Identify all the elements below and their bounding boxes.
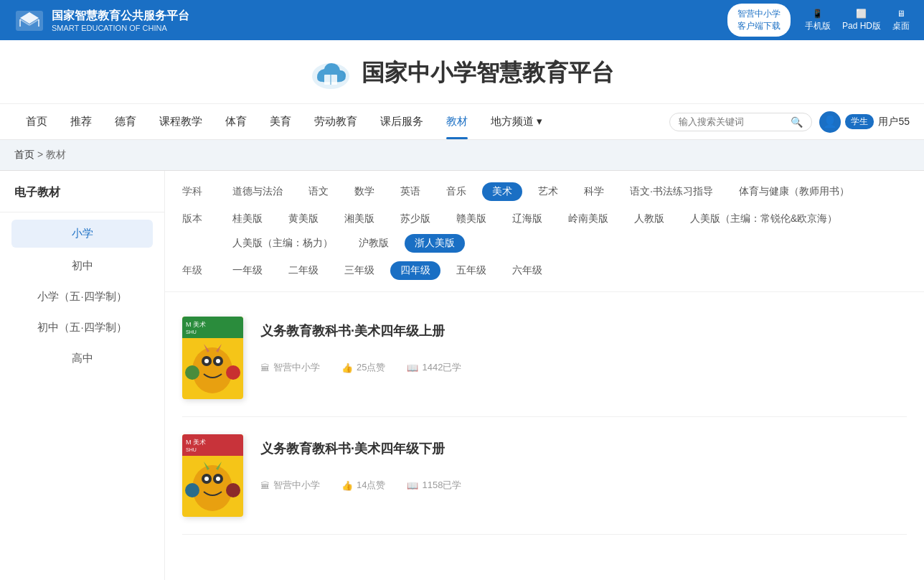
- tag-english[interactable]: 英语: [390, 182, 430, 201]
- nav-item-moral[interactable]: 德育: [103, 104, 148, 139]
- desktop-option[interactable]: 🖥 桌面: [892, 9, 910, 32]
- tag-gui[interactable]: 桂美版: [222, 210, 273, 228]
- tag-grade1[interactable]: 一年级: [222, 261, 273, 280]
- desktop-icon: 🖥: [897, 9, 905, 19]
- tag-gan[interactable]: 赣美版: [446, 210, 496, 228]
- sidebar-item-primary54[interactable]: 小学（五·四学制）: [0, 281, 164, 312]
- svg-point-23: [216, 477, 220, 481]
- building-icon-2: 🏛: [260, 480, 270, 491]
- top-bar: 国家智慧教育公共服务平台 SMART EDUCATION OF CHINA 智营…: [0, 0, 924, 40]
- tag-grade2[interactable]: 二年级: [278, 261, 329, 280]
- nav-item-recommend[interactable]: 推荐: [59, 104, 103, 139]
- tag-xiang[interactable]: 湘美版: [334, 210, 385, 228]
- logo-text: 国家智慧教育公共服务平台 SMART EDUCATION OF CHINA: [52, 9, 189, 32]
- meta-publisher-2: 🏛 智营中小学: [260, 479, 320, 492]
- search-input[interactable]: [679, 116, 786, 127]
- logo-sub: SMART EDUCATION OF CHINA: [52, 24, 189, 32]
- studies-count-1: 1442已学: [422, 361, 461, 374]
- tag-grade6[interactable]: 六年级: [502, 261, 552, 280]
- svg-point-12: [216, 359, 220, 363]
- publisher-name-2: 智营中小学: [273, 479, 320, 492]
- book-title-2[interactable]: 义务教育教科书·美术四年级下册: [260, 440, 907, 457]
- subject-filter-row: 学科 道德与法治 语文 数学 英语 音乐 美术 艺术 科学 语文·书法练习指导 …: [182, 182, 907, 201]
- user-icon: 👤: [823, 115, 837, 128]
- nav-item-arts[interactable]: 美育: [258, 104, 303, 139]
- user-name: 用户55: [878, 116, 910, 128]
- tag-su[interactable]: 苏少版: [390, 210, 440, 228]
- tag-zhejianmei[interactable]: 浙人美版: [405, 234, 465, 253]
- search-box[interactable]: 🔍: [669, 113, 812, 131]
- tag-calligraphy[interactable]: 语文·书法练习指导: [620, 182, 723, 201]
- edition-filter-row: 版本 桂美版 黄美版 湘美版 苏少版 赣美版 辽海版 岭南美版 人教版 人美版（…: [182, 210, 907, 253]
- svg-text:M 美术: M 美术: [186, 439, 206, 446]
- tag-moral-law[interactable]: 道德与法治: [222, 182, 293, 201]
- tag-science[interactable]: 科学: [574, 182, 614, 201]
- tag-liao[interactable]: 辽海版: [502, 210, 552, 228]
- tablet-option[interactable]: ⬜ Pad HD版: [842, 9, 881, 32]
- tag-music[interactable]: 音乐: [436, 182, 476, 201]
- sidebar-item-middle54[interactable]: 初中（五·四学制）: [0, 312, 164, 343]
- search-icon[interactable]: 🔍: [791, 116, 803, 128]
- user-info[interactable]: 👤 学生 用户55: [819, 111, 910, 133]
- edition-label: 版本: [182, 210, 208, 225]
- book-info-2: 义务教育教科书·美术四年级下册 🏛 智营中小学 👍 14点赞 📖 1158: [260, 434, 907, 492]
- sidebar-item-high[interactable]: 高中: [0, 343, 164, 374]
- sidebar-title: 电子教材: [0, 185, 164, 212]
- tag-lingnan[interactable]: 岭南美版: [558, 210, 618, 228]
- download-button[interactable]: 智营中小学客户端下载: [727, 4, 791, 37]
- tag-pe-teacher[interactable]: 体育与健康（教师用书）: [729, 182, 859, 201]
- nav-item-local[interactable]: 地方频道 ▾: [479, 104, 554, 139]
- svg-point-11: [204, 359, 209, 363]
- book-cover-2[interactable]: M 美术 SHU: [182, 434, 243, 517]
- tag-renmei-chang[interactable]: 人美版（主编：常锐伦&欧京海）: [680, 210, 847, 228]
- nav-item-pe[interactable]: 体育: [214, 104, 258, 139]
- filter-section: 学科 道德与法治 语文 数学 英语 音乐 美术 艺术 科学 语文·书法练习指导 …: [165, 171, 924, 292]
- book-list: M 美术 SHU: [165, 292, 924, 542]
- tag-renjiaoban[interactable]: 人教版: [624, 210, 674, 228]
- svg-text:M 美术: M 美术: [186, 321, 206, 328]
- meta-studies-2: 📖 1158已学: [407, 479, 461, 492]
- sidebar-item-middle[interactable]: 初中: [0, 251, 164, 281]
- thumb-icon-1: 👍: [341, 362, 353, 373]
- book-cover-svg-1: M 美术 SHU: [182, 317, 243, 399]
- nav-bar: 首页 推荐 德育 课程教学 体育 美育 劳动教育 课后服务 教材 地方频道 ▾ …: [0, 104, 924, 140]
- nav-item-home[interactable]: 首页: [14, 104, 59, 139]
- svg-point-14: [226, 365, 240, 380]
- tag-math[interactable]: 数学: [344, 182, 385, 201]
- tag-grade4[interactable]: 四年级: [390, 261, 440, 280]
- platform-logo-icon: [310, 55, 352, 92]
- subject-label: 学科: [182, 182, 208, 198]
- studies-count-2: 1158已学: [422, 479, 461, 492]
- nav-item-afterschool[interactable]: 课后服务: [369, 104, 435, 139]
- phone-option[interactable]: 📱 手机版: [805, 9, 831, 32]
- likes-count-2: 14点赞: [357, 479, 385, 492]
- breadcrumb-home[interactable]: 首页: [14, 149, 34, 160]
- tag-arts[interactable]: 艺术: [528, 182, 568, 201]
- book-cover-1[interactable]: M 美术 SHU: [182, 317, 243, 399]
- tag-art[interactable]: 美术: [482, 182, 522, 201]
- platform-logo: 国家中小学智慧教育平台: [310, 55, 614, 92]
- book-item-2: M 美术 SHU: [182, 417, 907, 535]
- platform-header: 国家中小学智慧教育平台: [0, 40, 924, 104]
- svg-point-22: [204, 477, 209, 481]
- tag-renmei-yang[interactable]: 人美版（主编：杨力）: [222, 234, 343, 253]
- tag-huang[interactable]: 黄美版: [278, 210, 329, 228]
- tag-chinese[interactable]: 语文: [298, 182, 339, 201]
- user-avatar: 👤: [819, 111, 841, 133]
- main-content: 电子教材 小学 初中 小学（五·四学制） 初中（五·四学制） 高中 学科 道德与…: [0, 171, 924, 580]
- nav-item-course[interactable]: 课程教学: [148, 104, 214, 139]
- svg-point-24: [185, 483, 199, 497]
- tablet-icon: ⬜: [856, 9, 867, 19]
- thumb-icon-2: 👍: [341, 480, 353, 491]
- meta-likes-1: 👍 25点赞: [341, 361, 385, 374]
- book-info-1: 义务教育教科书·美术四年级上册 🏛 智营中小学 👍 25点赞 📖 1442: [260, 317, 907, 374]
- nav-item-textbook[interactable]: 教材: [435, 104, 479, 139]
- svg-text:SHU: SHU: [186, 329, 197, 335]
- sidebar-item-primary[interactable]: 小学: [11, 220, 153, 248]
- book-meta-1: 🏛 智营中小学 👍 25点赞 📖 1442已学: [260, 361, 907, 374]
- book-title-1[interactable]: 义务教育教科书·美术四年级上册: [260, 322, 907, 340]
- nav-item-labor[interactable]: 劳动教育: [303, 104, 369, 139]
- tag-grade3[interactable]: 三年级: [334, 261, 385, 280]
- tag-hujiao[interactable]: 沪教版: [349, 234, 399, 253]
- tag-grade5[interactable]: 五年级: [446, 261, 496, 280]
